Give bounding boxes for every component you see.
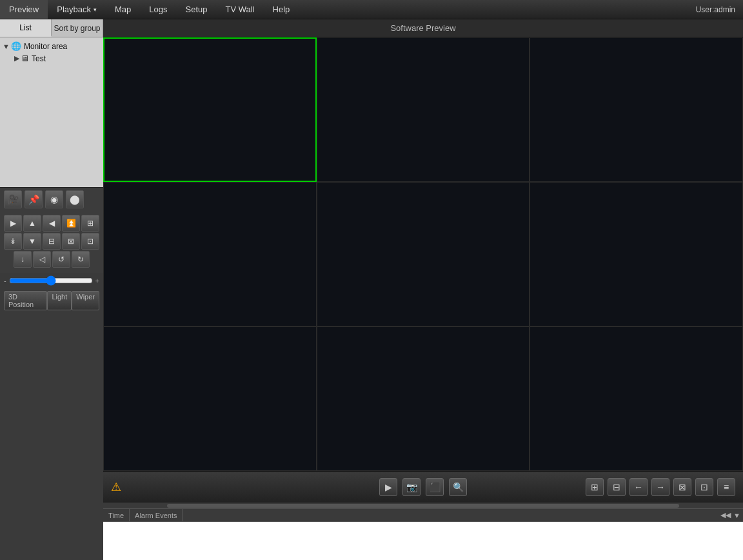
video-cell-0-2[interactable] bbox=[530, 37, 743, 182]
tab-list[interactable]: List bbox=[0, 19, 52, 37]
nav-right-btn[interactable]: → bbox=[651, 478, 669, 496]
ptz-btn-expand[interactable]: ⊠ bbox=[62, 233, 80, 250]
ptz-btn-rotate-cw[interactable]: ↻ bbox=[72, 251, 90, 268]
ptz-btn-expand2[interactable]: ⊡ bbox=[81, 233, 99, 250]
video-cell-0-0[interactable] bbox=[103, 37, 317, 182]
main-layout: List Sort by group ▼ 🌐 Monitor area ▶ 🖥 … bbox=[0, 19, 743, 560]
globe-icon: 🌐 bbox=[11, 41, 21, 51]
preview-header: Software Preview bbox=[103, 19, 743, 37]
left-panel: List Sort by group ▼ 🌐 Monitor area ▶ 🖥 … bbox=[0, 19, 103, 560]
menu-setup[interactable]: Setup bbox=[177, 0, 217, 19]
zoom-button[interactable]: 🔍 bbox=[449, 478, 467, 496]
menu-help[interactable]: Help bbox=[264, 0, 299, 19]
ptz-icon-camera[interactable]: 🎥 bbox=[4, 190, 22, 208]
video-grid bbox=[103, 37, 743, 471]
ptz-icon-row: 🎥 📌 ◉ ⬤ bbox=[0, 187, 103, 211]
ptz-icon-circle[interactable]: ◉ bbox=[45, 190, 63, 208]
video-cell-2-2[interactable] bbox=[530, 326, 743, 471]
alarm-scroll-left[interactable]: ◀◀ bbox=[720, 511, 731, 519]
tree-child-area: ▶ 🖥 Test bbox=[3, 52, 101, 65]
video-cell-1-0[interactable] bbox=[103, 182, 317, 326]
content-area: Software Preview ⚠ ▶ 📷 ⬛ bbox=[103, 19, 743, 560]
menu-playback[interactable]: Playback ▾ bbox=[48, 0, 106, 19]
tree-item-test[interactable]: ▶ 🖥 Test bbox=[14, 52, 101, 65]
ptz-icon-ball[interactable]: ⬤ bbox=[66, 190, 84, 208]
bottom-toolbar: ⚠ ▶ 📷 ⬛ 🔍 ⊞ ⊟ ← → ⊠ ⊡ ≡ bbox=[103, 471, 743, 502]
monitor-icon: 🖥 bbox=[21, 54, 29, 63]
menu-logs[interactable]: Logs bbox=[140, 0, 176, 19]
layout-btn-3[interactable]: ⊠ bbox=[673, 478, 691, 496]
tree-expander-test: ▶ bbox=[14, 54, 19, 63]
ptz-btn-shrink[interactable]: ⊟ bbox=[43, 233, 61, 250]
zoom-minus-label: - bbox=[4, 277, 6, 285]
camera-icon: 📷 bbox=[406, 482, 417, 492]
ptz-btn-grid[interactable]: ⊞ bbox=[81, 215, 99, 232]
flag-icon: 📌 bbox=[28, 194, 39, 205]
ptz-btn-move-left[interactable]: ◀ bbox=[43, 215, 61, 232]
menu-map[interactable]: Map bbox=[106, 0, 140, 19]
zoom-slider-row: - + bbox=[0, 273, 103, 288]
video-cell-2-0[interactable] bbox=[103, 326, 317, 471]
alarm-events-header: Alarm Events bbox=[130, 509, 183, 521]
ptz-wiper[interactable]: Wiper bbox=[72, 291, 99, 310]
video-cell-1-2[interactable] bbox=[530, 182, 743, 326]
zoom-plus-label: + bbox=[95, 277, 99, 285]
tree-root[interactable]: ▼ 🌐 Monitor area bbox=[3, 40, 101, 52]
scrollbar-area[interactable] bbox=[103, 502, 743, 508]
video-cell-2-1[interactable] bbox=[317, 326, 530, 471]
ptz-icon-flag[interactable]: 📌 bbox=[25, 190, 43, 208]
tree-expander-root: ▼ bbox=[3, 43, 10, 50]
play-icon: ▶ bbox=[385, 482, 392, 492]
alarm-header: Time Alarm Events ◀◀ ▼ bbox=[103, 509, 743, 522]
video-cell-1-1[interactable] bbox=[317, 182, 530, 326]
circle-icon: ◉ bbox=[50, 194, 58, 205]
layout-btn-4[interactable]: ⊡ bbox=[695, 478, 713, 496]
play-button[interactable]: ▶ bbox=[379, 478, 397, 496]
ptz-controls: ▶ ▲ ◀ ⏫ ⊞ ↡ ▼ ⊟ ⊠ ⊡ ↓ ◁ ↺ ↻ bbox=[0, 211, 103, 273]
alarm-scroll-controls: ◀◀ ▼ bbox=[720, 511, 743, 519]
menu-btn[interactable]: ≡ bbox=[717, 478, 735, 496]
menu-preview[interactable]: Preview bbox=[0, 0, 48, 19]
ptz-btn-tilt-down[interactable]: ↡ bbox=[4, 233, 22, 250]
right-toolbar-buttons: ⊞ ⊟ ← → ⊠ ⊡ ≡ bbox=[586, 478, 735, 496]
ball-icon: ⬤ bbox=[70, 194, 80, 205]
ptz-3d-position[interactable]: 3D Position bbox=[4, 291, 47, 310]
record-icon: ⬛ bbox=[430, 482, 441, 492]
layout-btn-2[interactable]: ⊟ bbox=[608, 478, 626, 496]
zoom-slider[interactable] bbox=[9, 275, 93, 286]
sidebar-tree: ▼ 🌐 Monitor area ▶ 🖥 Test bbox=[0, 37, 103, 187]
magnifier-icon: 🔍 bbox=[453, 482, 464, 492]
ptz-btn-down-arr[interactable]: ↓ bbox=[14, 251, 32, 268]
nav-left-btn[interactable]: ← bbox=[629, 478, 648, 496]
sidebar-tabs: List Sort by group bbox=[0, 19, 103, 37]
video-cell-0-1[interactable] bbox=[317, 37, 530, 182]
ptz-btn-move-right[interactable]: ▶ bbox=[4, 215, 22, 232]
record-button[interactable]: ⬛ bbox=[426, 478, 444, 496]
ptz-row-3: ↓ ◁ ↺ ↻ bbox=[4, 251, 99, 268]
ptz-labels: 3D Position Light Wiper bbox=[0, 288, 103, 314]
ptz-btn-move-up[interactable]: ▲ bbox=[23, 215, 41, 232]
ptz-btn-fast-up[interactable]: ⏫ bbox=[62, 215, 80, 232]
user-info: User:admin bbox=[696, 5, 743, 14]
ptz-light[interactable]: Light bbox=[47, 291, 72, 310]
layout-btn-1[interactable]: ⊞ bbox=[586, 478, 604, 496]
ptz-btn-rotate-ccw[interactable]: ↺ bbox=[52, 251, 70, 268]
camera-icon: 🎥 bbox=[8, 194, 19, 205]
tab-sort-by-group[interactable]: Sort by group bbox=[52, 19, 103, 37]
ptz-btn-move-down[interactable]: ▼ bbox=[23, 233, 41, 250]
alarm-panel: Time Alarm Events ◀◀ ▼ bbox=[103, 508, 743, 560]
alarm-scroll-down[interactable]: ▼ bbox=[733, 512, 740, 519]
menu-tvwall[interactable]: TV Wall bbox=[216, 0, 263, 19]
alarm-time-header: Time bbox=[103, 509, 130, 521]
ptz-row-2: ↡ ▼ ⊟ ⊠ ⊡ bbox=[4, 233, 99, 250]
ptz-btn-left-arr[interactable]: ◁ bbox=[33, 251, 51, 268]
warning-icon: ⚠ bbox=[111, 480, 121, 494]
camera-button[interactable]: 📷 bbox=[402, 478, 421, 496]
menu-bar: Preview Playback ▾ Map Logs Setup TV Wal… bbox=[0, 0, 743, 19]
chevron-down-icon: ▾ bbox=[94, 6, 97, 13]
ptz-row-1: ▶ ▲ ◀ ⏫ ⊞ bbox=[4, 215, 99, 232]
sidebar-area: List Sort by group ▼ 🌐 Monitor area ▶ 🖥 … bbox=[0, 19, 103, 187]
alarm-content bbox=[103, 522, 743, 560]
